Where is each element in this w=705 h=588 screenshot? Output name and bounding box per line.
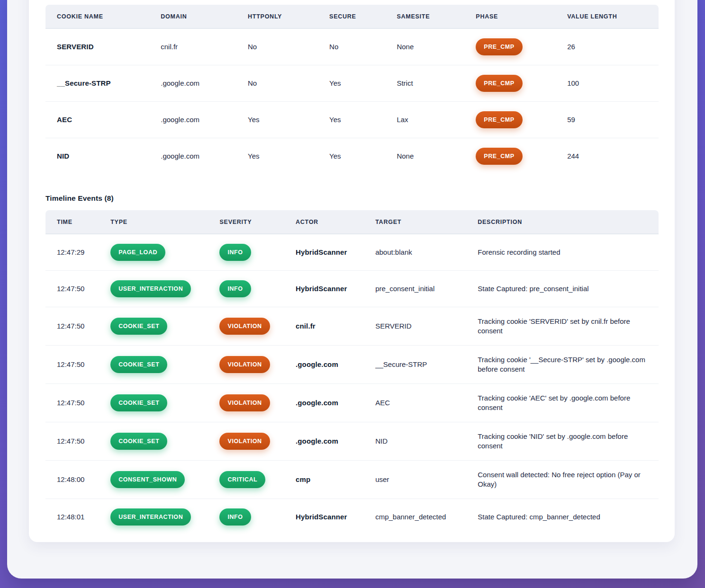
col-secure: SECURE <box>329 5 397 28</box>
event-type-badge: COOKIE_SET <box>110 433 167 450</box>
col-domain: DOMAIN <box>161 5 248 28</box>
cookie-domain: .google.com <box>161 65 248 102</box>
cookie-domain: .google.com <box>161 138 248 175</box>
cookie-row: SERVERID cnil.fr No No None PRE_CMP 26 <box>45 28 659 65</box>
timeline-table: TIME TYPE SEVERITY ACTOR TARGET DESCRIPT… <box>45 210 659 535</box>
event-actor: .google.com <box>296 422 375 461</box>
forensic-report-card: Detected Cookies/Trackers (4) COOKIE NAM… <box>29 0 675 542</box>
cookie-name: AEC <box>45 102 161 138</box>
cookie-secure: Yes <box>329 102 397 138</box>
event-type-badge: USER_INTERACTION <box>110 280 191 297</box>
timeline-row: 12:47:50 COOKIE_SET VIOLATION .google.co… <box>45 422 659 461</box>
phase-badge: PRE_CMP <box>476 38 522 55</box>
cookies-table: COOKIE NAME DOMAIN HTTPONLY SECURE SAMES… <box>45 5 659 174</box>
cookie-value-length: 59 <box>567 102 659 138</box>
event-severity-badge: VIOLATION <box>219 356 270 373</box>
event-time: 12:47:50 <box>45 271 110 307</box>
cookie-samesite: None <box>397 28 476 65</box>
timeline-row: 12:47:50 COOKIE_SET VIOLATION .google.co… <box>45 346 659 384</box>
cookie-value-length: 26 <box>567 28 659 65</box>
cookie-secure: Yes <box>329 138 397 175</box>
cookie-secure: No <box>329 28 397 65</box>
timeline-table-header: TIME TYPE SEVERITY ACTOR TARGET DESCRIPT… <box>45 210 659 234</box>
event-description: Forensic recording started <box>478 234 659 271</box>
event-actor: .google.com <box>296 384 375 422</box>
event-actor: cnil.fr <box>296 307 375 346</box>
event-target: NID <box>375 422 478 461</box>
col-phase: PHASE <box>476 5 567 28</box>
event-time: 12:47:50 <box>45 346 110 384</box>
col-cookie-name: COOKIE NAME <box>45 5 161 28</box>
event-severity-badge: INFO <box>219 508 251 526</box>
event-type-badge: COOKIE_SET <box>110 356 167 373</box>
event-actor: HybridScanner <box>296 234 375 271</box>
cookie-name: __Secure-STRP <box>45 65 161 102</box>
event-target: user <box>375 461 478 499</box>
event-target: __Secure-STRP <box>375 346 478 384</box>
event-time: 12:48:00 <box>45 461 110 499</box>
event-time: 12:47:50 <box>45 422 110 461</box>
event-description: Tracking cookie 'SERVERID' set by cnil.f… <box>478 307 659 346</box>
cookie-httponly: Yes <box>248 102 329 138</box>
cookie-httponly: No <box>248 65 329 102</box>
event-target: SERVERID <box>375 307 478 346</box>
event-description: Tracking cookie 'NID' set by .google.com… <box>478 422 659 461</box>
col-actor: ACTOR <box>296 210 375 234</box>
cookie-domain: cnil.fr <box>161 28 248 65</box>
col-severity: SEVERITY <box>219 210 295 234</box>
phase-badge: PRE_CMP <box>476 148 522 165</box>
event-severity-badge: INFO <box>219 280 251 297</box>
event-target: AEC <box>375 384 478 422</box>
phase-badge: PRE_CMP <box>476 75 522 92</box>
col-type: TYPE <box>110 210 219 234</box>
timeline-section-title: Timeline Events (8) <box>45 194 659 203</box>
cookie-samesite: Strict <box>397 65 476 102</box>
event-type-badge: COOKIE_SET <box>110 318 167 335</box>
event-actor: HybridScanner <box>296 271 375 307</box>
report-panel: Detected Cookies/Trackers (4) COOKIE NAM… <box>7 0 697 579</box>
cookies-table-header: COOKIE NAME DOMAIN HTTPONLY SECURE SAMES… <box>45 5 659 28</box>
cookie-value-length: 244 <box>567 138 659 175</box>
event-description: Tracking cookie '__Secure-STRP' set by .… <box>478 346 659 384</box>
event-target: pre_consent_initial <box>375 271 478 307</box>
cookie-httponly: No <box>248 28 329 65</box>
event-type-badge: USER_INTERACTION <box>110 508 191 526</box>
col-time: TIME <box>45 210 110 234</box>
cookie-samesite: None <box>397 138 476 175</box>
col-target: TARGET <box>375 210 478 234</box>
col-samesite: SAMESITE <box>397 5 476 28</box>
timeline-row: 12:47:50 USER_INTERACTION INFO HybridSca… <box>45 271 659 307</box>
event-severity-badge: VIOLATION <box>219 433 270 450</box>
phase-badge: PRE_CMP <box>476 111 522 128</box>
event-type-badge: CONSENT_SHOWN <box>110 471 185 488</box>
event-type-badge: COOKIE_SET <box>110 394 167 411</box>
cookie-row: AEC .google.com Yes Yes Lax PRE_CMP 59 <box>45 102 659 138</box>
cookie-name: SERVERID <box>45 28 161 65</box>
event-description: Consent wall detected: No free reject op… <box>478 461 659 499</box>
event-description: State Captured: pre_consent_initial <box>478 271 659 307</box>
timeline-row: 12:47:50 COOKIE_SET VIOLATION .google.co… <box>45 384 659 422</box>
event-target: cmp_banner_detected <box>375 499 478 535</box>
event-actor: .google.com <box>296 346 375 384</box>
event-time: 12:47:29 <box>45 234 110 271</box>
event-target: about:blank <box>375 234 478 271</box>
event-time: 12:47:50 <box>45 307 110 346</box>
cookie-name: NID <box>45 138 161 175</box>
timeline-row: 12:48:01 USER_INTERACTION INFO HybridSca… <box>45 499 659 535</box>
timeline-row: 12:47:50 COOKIE_SET VIOLATION cnil.fr SE… <box>45 307 659 346</box>
event-description: Tracking cookie 'AEC' set by .google.com… <box>478 384 659 422</box>
event-actor: cmp <box>296 461 375 499</box>
event-time: 12:48:01 <box>45 499 110 535</box>
cookie-row: __Secure-STRP .google.com No Yes Strict … <box>45 65 659 102</box>
event-severity-badge: VIOLATION <box>219 394 270 411</box>
event-description: State Captured: cmp_banner_detected <box>478 499 659 535</box>
event-actor: HybridScanner <box>296 499 375 535</box>
cookie-secure: Yes <box>329 65 397 102</box>
event-severity-badge: CRITICAL <box>219 471 265 488</box>
cookie-samesite: Lax <box>397 102 476 138</box>
cookie-httponly: Yes <box>248 138 329 175</box>
col-httponly: HTTPONLY <box>248 5 329 28</box>
timeline-row: 12:47:29 PAGE_LOAD INFO HybridScanner ab… <box>45 234 659 271</box>
cookie-value-length: 100 <box>567 65 659 102</box>
cookie-row: NID .google.com Yes Yes None PRE_CMP 244 <box>45 138 659 175</box>
